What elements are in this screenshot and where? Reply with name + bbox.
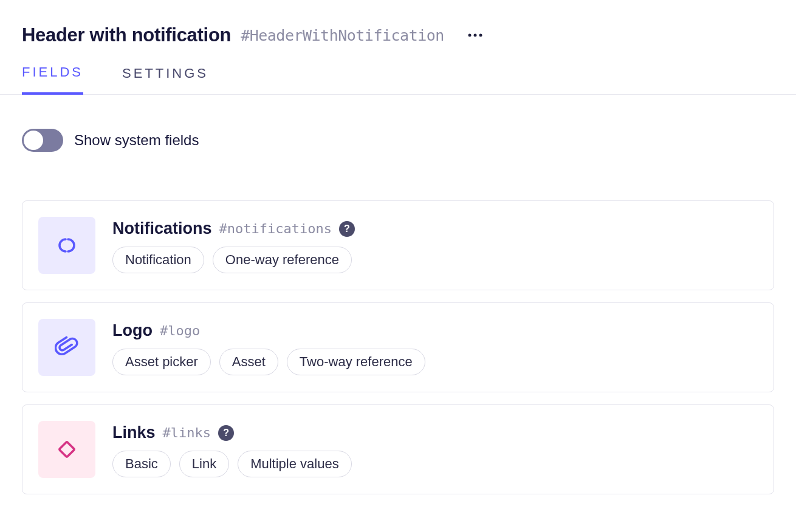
field-card-links[interactable]: Links #links ? Basic Link Multiple value… (22, 404, 774, 494)
field-tag: Basic (112, 451, 171, 477)
field-body: Notifications #notifications ? Notificat… (112, 217, 355, 273)
field-tag: Multiple values (238, 451, 352, 477)
dots-horizontal-icon (467, 33, 483, 38)
field-title-row: Notifications #notifications ? (112, 219, 355, 238)
field-slug: #logo (160, 323, 200, 338)
field-tag: Asset picker (112, 349, 211, 375)
tab-settings[interactable]: SETTINGS (122, 64, 208, 94)
field-tag: Notification (112, 247, 204, 273)
field-tags: Basic Link Multiple values (112, 451, 352, 477)
field-tag: Two-way reference (287, 349, 425, 375)
system-fields-toggle-label: Show system fields (74, 132, 199, 149)
link-icon (55, 233, 79, 257)
field-slug: #links (163, 425, 211, 440)
field-title-row: Logo #logo (112, 321, 425, 340)
svg-point-1 (473, 34, 476, 37)
tab-fields[interactable]: FIELDS (22, 64, 83, 95)
field-slug: #notifications (219, 221, 332, 236)
svg-rect-3 (59, 442, 74, 457)
field-card-notifications[interactable]: Notifications #notifications ? Notificat… (22, 200, 774, 290)
page-header: Header with notification #HeaderWithNoti… (0, 0, 796, 53)
help-icon[interactable]: ? (339, 221, 355, 237)
field-title: Links (112, 423, 156, 442)
help-icon[interactable]: ? (218, 425, 234, 441)
field-icon-container (38, 319, 95, 376)
field-body: Logo #logo Asset picker Asset Two-way re… (112, 319, 425, 375)
page-title: Header with notification (22, 24, 231, 46)
svg-point-0 (468, 34, 471, 37)
field-card-logo[interactable]: Logo #logo Asset picker Asset Two-way re… (22, 302, 774, 392)
system-fields-toggle[interactable] (22, 129, 63, 152)
field-tag: Link (179, 451, 229, 477)
field-body: Links #links ? Basic Link Multiple value… (112, 421, 352, 477)
field-tags: Notification One-way reference (112, 247, 355, 273)
paperclip-icon (55, 335, 79, 360)
field-icon-container (38, 421, 95, 478)
more-menu-button[interactable] (464, 30, 487, 40)
content-area: Show system fields Notifications #notifi… (0, 95, 796, 531)
field-title: Notifications (112, 219, 212, 238)
field-title-row: Links #links ? (112, 423, 352, 442)
toggle-knob (24, 131, 43, 150)
field-tags: Asset picker Asset Two-way reference (112, 349, 425, 375)
svg-point-2 (479, 34, 482, 37)
diamond-icon (55, 437, 79, 462)
tabs: FIELDS SETTINGS (0, 53, 796, 95)
field-tag: Asset (219, 349, 278, 375)
field-title: Logo (112, 321, 153, 340)
field-tag: One-way reference (213, 247, 352, 273)
field-icon-container (38, 217, 95, 274)
page-slug: #HeaderWithNotification (241, 27, 444, 44)
system-fields-toggle-row: Show system fields (22, 129, 774, 152)
